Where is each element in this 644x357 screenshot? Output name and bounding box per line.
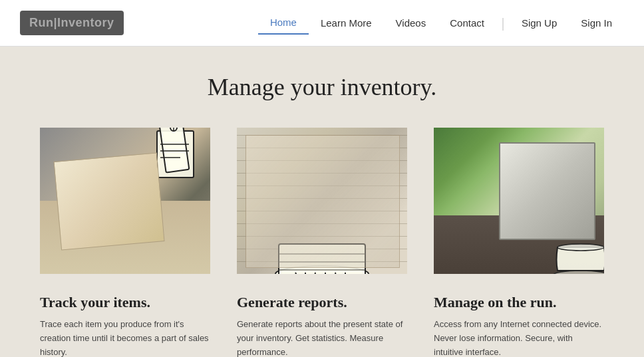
logo-text2: Inventory [57,16,114,29]
feature-reports-title: Generate reports. [237,294,407,311]
doodle-coffee-cup-icon [548,227,604,274]
nav-contact[interactable]: Contact [438,12,496,34]
nav-videos[interactable]: Videos [384,12,438,34]
feature-mobile: Manage on the run. Access from any Inter… [434,128,604,357]
feature-mobile-image [434,128,604,274]
feature-track: Track your items. Trace each item you pr… [40,128,210,357]
nav-home[interactable]: Home [258,11,309,35]
page-headline: Manage your inventory. [40,73,604,101]
nav-sign-in[interactable]: Sign In [569,12,624,34]
feature-reports-image [237,128,407,274]
svg-point-19 [558,244,604,251]
feature-track-title: Track your items. [40,294,210,311]
doodle-notebook-icon [269,234,375,274]
feature-reports: Generate reports. Generate reports about… [237,128,407,357]
nav-learn-more[interactable]: Learn More [309,12,384,34]
header: Run|Inventory Home Learn More Videos Con… [0,0,644,47]
svg-point-18 [553,271,604,274]
doodle-clipboard-icon [144,128,210,194]
svg-point-7 [275,266,369,274]
svg-rect-0 [157,131,194,178]
logo-text: Run [29,16,54,29]
feature-track-image [40,128,210,274]
svg-rect-1 [160,128,189,173]
feature-mobile-desc: Access from any Internet connected devic… [434,318,604,357]
main-nav: Home Learn More Videos Contact | Sign Up… [258,11,624,35]
svg-line-12 [295,273,299,274]
svg-line-14 [314,273,315,274]
feature-track-desc: Trace each item you produce from it's cr… [40,318,210,357]
svg-rect-8 [279,244,365,274]
features-section: Track your items. Trace each item you pr… [40,128,604,357]
nav-divider: | [496,15,510,31]
feature-mobile-title: Manage on the run. [434,294,604,311]
nav-sign-up[interactable]: Sign Up [510,12,569,34]
main-content: Manage your inventory. Track your items.… [0,47,644,357]
logo[interactable]: Run|Inventory [20,11,124,35]
svg-point-5 [170,128,177,131]
svg-line-16 [335,273,337,274]
feature-reports-desc: Generate reports about the present state… [237,318,407,357]
